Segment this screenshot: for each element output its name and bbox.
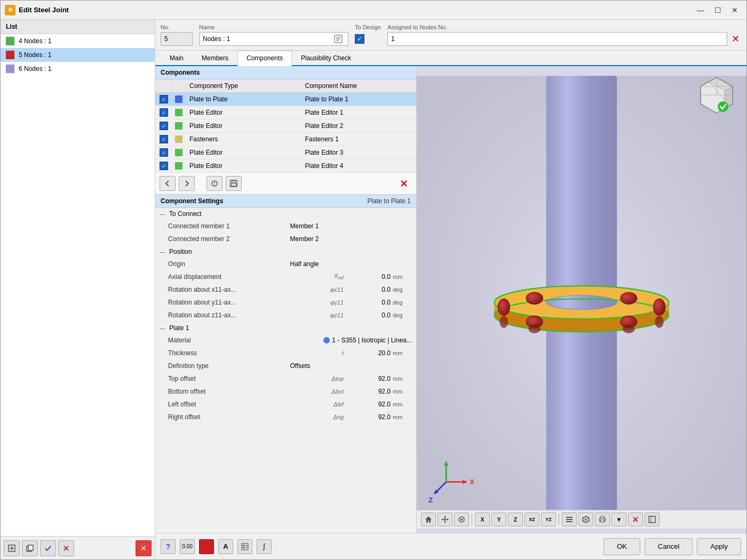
close-button[interactable]: ✕ [727,4,742,17]
comp-check-4[interactable]: ✓ [155,133,172,146]
edit-component-button[interactable] [206,176,222,191]
setting-bottom-offset[interactable]: Bottom offset Δbot 92.0 mm [155,385,416,398]
function-button[interactable]: ∫ [257,539,272,554]
assigned-field: Assigned to Nodes No. 1 ✕ [387,24,741,46]
setting-thickness[interactable]: Thickness t 20.0 mm [155,347,416,359]
minimize-button[interactable]: — [693,4,708,17]
top-offset-label: Top offset [168,375,316,382]
material-value: 1 - S355 | Isotropic | Linea... [332,337,412,344]
comp-check-2[interactable]: ✓ [155,106,172,119]
checkbox-6: ✓ [160,162,168,170]
vp-btn-home[interactable] [421,513,436,526]
components-table: Component Type Component Name ✓ Plate to… [155,79,416,173]
vp-btn-layers[interactable] [562,513,577,526]
group-plate1-header[interactable]: — Plate 1 [155,322,416,334]
to-design-checkbox[interactable]: ✓ [355,34,364,44]
settings-content: — To Connect Connected member 1 Member 1… [155,208,416,533]
vp-btn-expand[interactable] [645,513,659,526]
thickness-label: Thickness [168,349,316,357]
list-item-2[interactable]: 5 Nodes : 1 [1,48,155,62]
setting-rotation-z11[interactable]: Rotation about z11-ax... φz11 0.0 deg [155,309,416,322]
list-color-3 [6,65,14,73]
name-input[interactable]: Nodes : 1 [199,32,348,46]
copy-button[interactable] [22,540,38,556]
no-label: No. [161,24,193,30]
svg-rect-16 [231,183,236,186]
expand-icon-to-connect: — [160,211,166,217]
setting-connected-member-1[interactable]: Connected member 1 Member 1 [155,220,416,233]
setting-axial-displacement[interactable]: Axial displacement Xref 0.0 mm [155,270,416,283]
setting-material[interactable]: Material 1 - S355 | Isotropic | Linea... [155,334,416,347]
value-button[interactable]: 0.00 [180,539,195,554]
vp-btn-z[interactable]: Z [508,513,523,526]
setting-origin[interactable]: Origin Half angle [155,258,416,270]
tab-plausibility[interactable]: Plausibility Check [292,51,360,66]
component-row-3[interactable]: ✓ Plate Editor Plate Editor 2 [155,119,416,133]
vp-btn-xz[interactable]: XZ [525,513,539,526]
list-color-2 [6,51,14,59]
vp-btn-3d[interactable] [578,513,593,526]
component-row-4[interactable]: ✓ Fasteners Fasteners 1 [155,133,416,146]
help-button[interactable]: ? [161,539,176,554]
group-to-connect-header[interactable]: — To Connect [155,208,416,220]
vp-btn-x[interactable]: X [475,513,490,526]
settings-header: Component Settings Plate to Plate 1 [155,195,416,208]
vp-btn-pan[interactable] [438,513,452,526]
expand-icon-plate1: — [160,325,166,331]
content-area: Components Component Type Component Name… [155,66,746,533]
component-row-2[interactable]: ✓ Plate Editor Plate Editor 1 [155,106,416,119]
cancel-button[interactable]: Cancel [645,538,693,555]
uncheck-all-button[interactable] [58,540,74,556]
list-item-1[interactable]: 4 Nodes : 1 [1,34,155,48]
text-button[interactable]: A [218,539,233,554]
cube-navigator[interactable] [695,75,738,117]
viewport[interactable]: X Z [417,66,746,533]
component-row-6[interactable]: ✓ Plate Editor Plate Editor 4 [155,159,416,173]
apply-button[interactable]: Apply [697,538,741,555]
assigned-clear-button[interactable]: ✕ [729,33,741,45]
delete-button[interactable]: ✕ [136,540,152,556]
save-component-button[interactable] [226,176,242,191]
red-square-button[interactable] [199,539,214,554]
comp-check-1[interactable]: ✓ [155,93,172,106]
setting-rotation-y11[interactable]: Rotation about y11-ax... φy11 0.0 deg [155,296,416,309]
vp-btn-yz[interactable]: YZ [541,513,556,526]
setting-rotation-x11[interactable]: Rotation about x11-ax... φx11 0.0 deg [155,283,416,296]
vp-btn-print[interactable] [595,513,610,526]
vp-btn-x2[interactable] [628,513,643,526]
component-row-5[interactable]: ✓ Plate Editor Plate Editor 3 [155,146,416,159]
vp-btn-y[interactable]: Y [491,513,506,526]
setting-right-offset[interactable]: Right offset Δrig 92.0 mm [155,411,416,423]
bot-offset-unit: mm [391,388,412,395]
origin-label: Origin [168,260,290,268]
maximize-button[interactable]: ☐ [710,4,725,17]
check-all-button[interactable] [40,540,56,556]
table-button[interactable] [237,539,252,554]
tab-components[interactable]: Components [237,51,292,66]
component-row-1[interactable]: ✓ Plate to Plate Plate to Plate 1 [155,93,416,106]
move-right-button[interactable] [179,176,195,191]
comp-check-5[interactable]: ✓ [155,146,172,159]
rig-offset-unit: mm [391,414,412,420]
delete-component-button[interactable] [396,176,412,191]
move-left-button[interactable] [160,176,176,191]
setting-connected-member-2[interactable]: Connected member 2 Member 2 [155,233,416,245]
vp-btn-arrow[interactable]: ▼ [611,513,626,526]
setting-definition-type[interactable]: Definition type Offsets [155,359,416,372]
name-edit-button[interactable] [332,33,345,45]
add-button[interactable] [4,540,20,556]
setting-left-offset[interactable]: Left offset Δlef 92.0 mm [155,398,416,411]
group-position-header[interactable]: — Position [155,246,416,258]
comp-check-6[interactable]: ✓ [155,159,172,172]
comp-check-3[interactable]: ✓ [155,119,172,132]
setting-top-offset[interactable]: Top offset Δtop 92.0 mm [155,372,416,385]
tab-main[interactable]: Main [161,51,193,66]
tab-members[interactable]: Members [193,51,237,66]
viewport-toolbar: X Y Z XZ YZ [417,510,746,529]
vp-btn-view[interactable] [454,513,469,526]
ok-button[interactable]: OK [603,538,640,555]
assigned-value[interactable]: 1 [387,32,727,46]
list-item-3[interactable]: 6 Nodes : 1 [1,62,155,76]
no-field: No. 5 [161,24,193,46]
ry11-label: Rotation about y11-ax... [168,299,316,306]
